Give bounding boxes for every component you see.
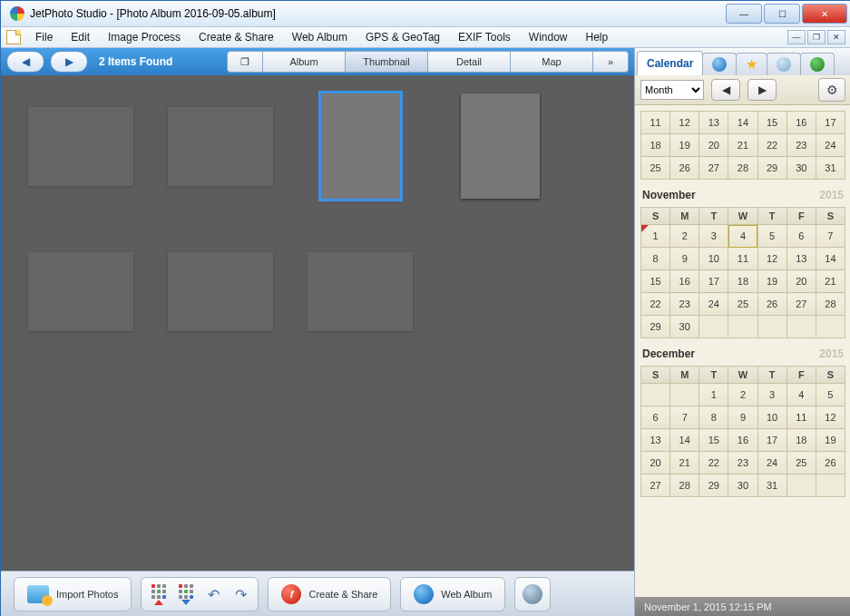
calendar-day[interactable]: 13 [641,429,670,452]
view-map-tab[interactable]: Map [511,51,593,73]
calendar-day[interactable]: 21 [670,452,699,474]
calendar-day[interactable]: 1 [699,384,728,406]
calendar-day[interactable]: 15 [641,270,670,293]
photo-thumbnail[interactable] [308,239,413,344]
calendar-day[interactable]: 11 [786,406,816,429]
calendar-day[interactable]: 22 [757,134,786,157]
calendar-day[interactable]: 29 [757,157,786,180]
photo-thumbnail[interactable] [447,93,552,199]
calendar-day[interactable]: 12 [670,112,699,134]
tab-time[interactable] [767,53,801,75]
calendar-day[interactable]: 16 [786,112,816,134]
calendar-day[interactable]: 20 [641,452,670,474]
calendar-day[interactable]: 10 [757,406,786,429]
tab-info[interactable] [702,53,737,75]
create-share-button[interactable]: f Create & Share [268,577,391,611]
calendar-day[interactable]: 1 [641,225,670,248]
calendar-day[interactable]: 17 [699,270,728,293]
cal-prev-button[interactable]: ◀ [711,79,740,101]
calendar-day[interactable]: 23 [670,293,699,316]
calendar-day[interactable]: 11 [728,248,757,270]
calendar-day[interactable]: 14 [670,429,699,452]
calendar-day[interactable]: 19 [816,429,845,452]
thumbnail-area[interactable] [1,75,634,571]
calendar-day[interactable]: 6 [641,406,670,429]
mdi-restore-button[interactable]: ❐ [807,30,826,44]
calendar-day[interactable]: 18 [641,134,670,157]
calendar-day[interactable]: 27 [641,474,670,497]
calendar-day[interactable]: 26 [816,452,845,474]
view-album-tab[interactable]: Album [263,51,346,73]
tab-geo[interactable] [800,53,835,75]
calendar-day[interactable]: 12 [757,248,786,270]
calendar-day[interactable]: 9 [728,406,757,429]
menu-help[interactable]: Help [577,28,618,46]
calendar-day[interactable]: 26 [670,157,699,180]
calendar-day[interactable]: 30 [786,157,816,180]
tab-favorites[interactable]: ★ [736,53,767,75]
calendar-day[interactable]: 17 [816,112,845,134]
web-album-button[interactable]: Web Album [400,577,505,611]
calendar-day[interactable]: 16 [670,270,699,293]
calendar-day[interactable]: 7 [670,406,699,429]
calendar-day[interactable]: 7 [816,225,845,248]
calendar-day[interactable]: 25 [641,157,670,180]
calendar-day[interactable]: 22 [641,293,670,316]
calendar-day[interactable]: 12 [816,406,845,429]
menu-create-share[interactable]: Create & Share [190,28,283,46]
calendar-day[interactable]: 18 [728,270,757,293]
calendar-day[interactable]: 15 [757,112,786,134]
calendar-day[interactable]: 25 [786,452,816,474]
calendar-day[interactable]: 23 [728,452,757,474]
calendar-day[interactable]: 30 [728,474,757,497]
calendar-day[interactable]: 2 [670,225,699,248]
calendar-day[interactable]: 22 [699,452,728,474]
menu-window[interactable]: Window [520,28,577,46]
calendar-day[interactable]: 24 [757,452,786,474]
calendar-day[interactable]: 15 [699,429,728,452]
calendar-day[interactable]: 26 [757,293,786,316]
calendar-day[interactable]: 10 [699,248,728,270]
undo-button[interactable]: ↶ [201,582,225,606]
calendar-day[interactable]: 3 [757,384,786,406]
menu-gps-geotag[interactable]: GPS & GeoTag [357,28,449,46]
calendar-day[interactable]: 6 [786,225,816,248]
window-minimize-button[interactable]: ― [726,4,762,24]
tab-calendar[interactable]: Calendar [637,51,703,75]
view-detail-tab[interactable]: Detail [428,51,511,73]
menu-exif-tools[interactable]: EXIF Tools [449,28,520,46]
photo-thumbnail[interactable] [28,93,133,199]
calendar-day[interactable]: 27 [786,293,816,316]
calendar-day[interactable]: 28 [816,293,845,316]
nav-forward-button[interactable]: ▶ [50,51,88,73]
menu-web-album[interactable]: Web Album [283,28,357,46]
period-select[interactable]: MonthWeekDay [640,80,704,100]
calendar-day[interactable]: 14 [816,248,845,270]
pages-icon-button[interactable]: ❐ [227,51,263,73]
calendar-day[interactable]: 3 [699,225,728,248]
calendar-day[interactable]: 19 [757,270,786,293]
photo-thumbnail[interactable] [168,93,273,199]
calendar-day[interactable]: 24 [816,134,845,157]
calendar-day[interactable]: 2 [728,384,757,406]
view-thumbnail-tab[interactable]: Thumbnail [346,51,428,73]
calendar-day[interactable]: 18 [786,429,816,452]
menu-image-process[interactable]: Image Process [99,28,190,46]
import-photos-button[interactable]: Import Photos [14,577,132,611]
calendar-day[interactable]: 13 [786,248,816,270]
calendar-day[interactable]: 17 [757,429,786,452]
calendar-day[interactable]: 19 [670,134,699,157]
calendar-day[interactable]: 31 [757,474,786,497]
cal-next-button[interactable]: ▶ [747,79,777,101]
calendar-day[interactable]: 4 [728,225,757,248]
calendar-day[interactable]: 5 [816,384,845,406]
calendar-day[interactable]: 25 [728,293,757,316]
calendar-day[interactable]: 14 [728,112,757,134]
calendar-day[interactable]: 9 [670,248,699,270]
calendar-day[interactable]: 31 [816,157,845,180]
cal-settings-button[interactable]: ⚙ [818,78,845,102]
calendar-day[interactable]: 21 [816,270,845,293]
calendar-day[interactable]: 5 [757,225,786,248]
redo-button[interactable]: ↷ [229,582,252,606]
photo-thumbnail[interactable] [168,239,273,344]
